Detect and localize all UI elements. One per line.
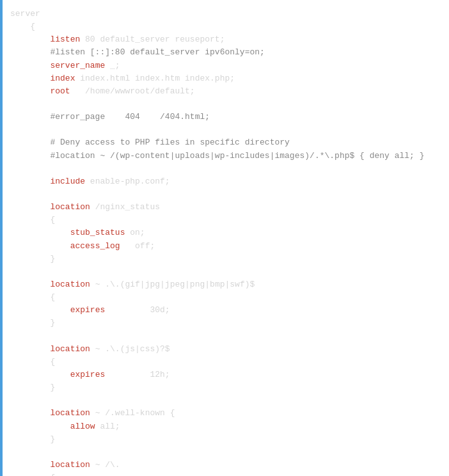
code-line: access_log off; <box>10 240 441 253</box>
code-content: server { listen 80 default_server reusep… <box>0 5 449 476</box>
code-line <box>10 98 441 111</box>
code-line: root /home/wwwroot/default; <box>10 85 441 98</box>
code-line: #error_page 404 /404.html; <box>10 111 441 123</box>
code-line: #listen [::]:80 default_server ipv6only=… <box>10 46 441 59</box>
code-line: stub_status on; <box>10 226 441 239</box>
code-line <box>10 266 441 278</box>
code-line: location ~ /\. <box>10 459 441 472</box>
code-line: } <box>10 253 441 266</box>
code-line: } <box>10 381 441 394</box>
code-line: allow all; <box>10 420 441 433</box>
code-line <box>10 446 441 459</box>
code-line: } <box>10 433 441 446</box>
code-line <box>10 330 441 343</box>
code-line: { <box>10 291 441 304</box>
code-line: { <box>10 472 441 476</box>
code-line: server <box>10 8 441 20</box>
code-line: expires 12h; <box>10 369 441 381</box>
code-line: { <box>10 356 441 369</box>
code-line: location ~ .\.(gif|jpg|jpeg|png|bmp|swf)… <box>10 278 441 291</box>
code-line: expires 30d; <box>10 304 441 317</box>
code-line: listen 80 default_server reuseport; <box>10 33 441 46</box>
code-line <box>10 163 441 175</box>
code-container: server { listen 80 default_server reusep… <box>0 0 449 476</box>
code-line <box>10 394 441 407</box>
code-line: index index.html index.htm index.php; <box>10 72 441 85</box>
code-line: location /nginx_status <box>10 201 441 214</box>
code-line: } <box>10 317 441 329</box>
code-line: { <box>10 214 441 226</box>
code-line: #location ~ /(wp-content|uploads|wp-incl… <box>10 150 441 163</box>
code-line <box>10 123 441 136</box>
code-line: location ~ /.well-known { <box>10 407 441 420</box>
code-line: location ~ .\.(js|css)?$ <box>10 343 441 356</box>
code-line: # Deny access to PHP files in specific d… <box>10 136 441 149</box>
code-line: server_name _; <box>10 60 441 72</box>
code-line: include enable-php.conf; <box>10 175 441 188</box>
left-accent <box>0 0 3 476</box>
code-line <box>10 188 441 201</box>
code-line: { <box>10 20 441 33</box>
